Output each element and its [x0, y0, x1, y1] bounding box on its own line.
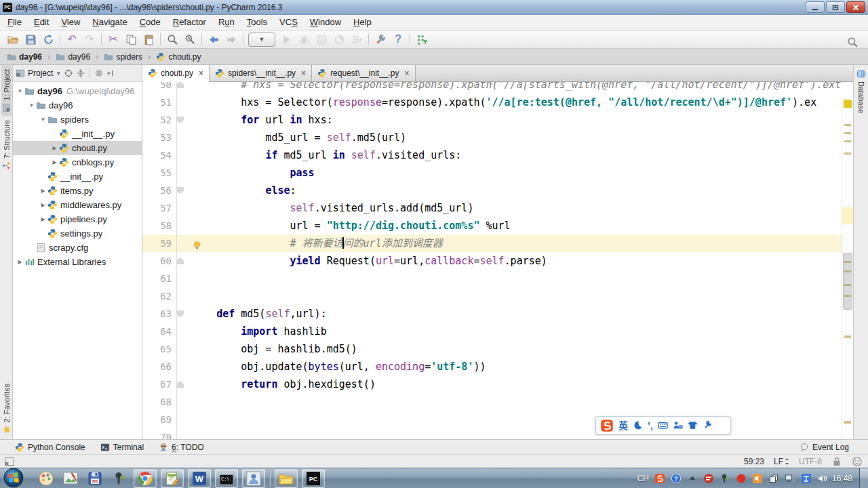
tree-item-day96[interactable]: ▼day96G:\wupeiqi\day96	[13, 84, 142, 98]
run-configuration-select[interactable]: ▼	[248, 33, 275, 47]
tree-item-spiders[interactable]: ▼spiders	[13, 113, 142, 127]
fold-marker-icon[interactable]	[176, 381, 184, 388]
taskbar-app-notepadpp[interactable]	[161, 469, 184, 488]
profile-button[interactable]	[330, 31, 348, 47]
menu-refactor[interactable]: Refactor	[167, 15, 212, 30]
ime-shirt-icon[interactable]	[688, 420, 698, 430]
code-line-70[interactable]: 70	[142, 428, 853, 439]
menu-window[interactable]: Window	[304, 15, 347, 30]
redo-button[interactable]: ↷	[81, 31, 98, 47]
collapse-all-icon[interactable]	[76, 68, 85, 78]
stripe-tab-1-project[interactable]: 1: Project	[1, 65, 12, 116]
minimize-button[interactable]	[806, 1, 825, 13]
tool-window-switcher-icon[interactable]	[4, 456, 15, 467]
tree-item-settings-py[interactable]: settings.py	[13, 226, 142, 241]
editor-tab[interactable]: chouti.py×	[142, 65, 210, 82]
tool-window-button-terminal[interactable]: Terminal	[100, 443, 144, 452]
code-line-55[interactable]: 55 pass	[142, 164, 853, 182]
taskbar-app-chrome[interactable]	[134, 469, 157, 488]
code-line-69[interactable]: 69	[142, 411, 853, 428]
breadcrumb-item[interactable]: day96	[5, 52, 43, 62]
tray-vol-icon[interactable]	[817, 473, 828, 484]
menu-navigate[interactable]: Navigate	[86, 15, 133, 30]
chevron-expanded-icon[interactable]: ▼	[16, 88, 24, 94]
tray-language-indicator[interactable]: CH	[637, 474, 649, 483]
breadcrumb-item[interactable]: spiders	[102, 52, 144, 62]
synchronize-button[interactable]	[39, 31, 57, 47]
close-button[interactable]	[846, 1, 865, 13]
tool-window-button-event-log[interactable]: Event Log	[800, 443, 849, 452]
menu-code[interactable]: Code	[134, 15, 167, 30]
tool-window-button-6-todo[interactable]: 6: TODO	[159, 443, 204, 452]
code-line-52[interactable]: 52 for url in hxs:	[142, 111, 853, 129]
stripe-tab-2-favorites[interactable]: 2: Favorites	[1, 380, 12, 438]
chevron-collapsed-icon[interactable]: ▶	[39, 188, 47, 194]
breadcrumb-item[interactable]: chouti.py	[155, 52, 202, 62]
code-line-64[interactable]: 64 import hashlib	[142, 323, 853, 340]
taskbar-app-photo-viewer[interactable]	[242, 469, 265, 488]
ime-keyboard-icon[interactable]	[658, 420, 668, 430]
project-view-title[interactable]: Project	[28, 68, 53, 78]
hector-inspections-icon[interactable]	[852, 456, 863, 467]
tray-sogou-icon[interactable]	[654, 473, 665, 484]
fold-marker-icon[interactable]	[176, 258, 184, 264]
taskbar-app-word[interactable]: W	[188, 469, 211, 488]
forward-button[interactable]	[222, 31, 240, 47]
code-line-54[interactable]: 54 if md5_url in self.visited_urls:	[142, 146, 853, 164]
help-button[interactable]: ?	[389, 31, 407, 47]
restore-button[interactable]	[826, 1, 845, 13]
code-line-56[interactable]: 56 else:	[142, 182, 853, 199]
tray-ime-blue-icon[interactable]	[801, 473, 812, 484]
code-line-58[interactable]: 58 url = "http://dig.chouti.com%s" %url	[142, 217, 853, 235]
fold-marker-icon[interactable]	[176, 117, 184, 123]
menu-vcs[interactable]: VCS	[273, 15, 304, 30]
menu-help[interactable]: Help	[347, 15, 378, 30]
chevron-expanded-icon[interactable]: ▼	[27, 102, 36, 108]
taskbar-app-pycharm[interactable]: PC	[302, 469, 325, 488]
code-line-51[interactable]: 51 hxs = Selector(response=response).xpa…	[142, 94, 853, 111]
close-icon[interactable]: ×	[405, 68, 410, 78]
locate-icon[interactable]	[64, 68, 73, 78]
settings-button[interactable]	[372, 31, 389, 47]
sogou-logo-icon[interactable]	[600, 419, 614, 432]
search-everywhere-icon[interactable]	[844, 34, 861, 50]
editor-scrollbar[interactable]	[842, 98, 853, 439]
menu-tools[interactable]: Tools	[241, 15, 273, 30]
close-icon[interactable]: ×	[199, 68, 203, 78]
ime-moon-icon[interactable]	[633, 420, 643, 430]
save-all-button[interactable]	[22, 31, 39, 47]
tree-item-external-libraries[interactable]: ▶External Libraries	[13, 255, 142, 269]
file-encoding[interactable]: UTF-8	[799, 457, 822, 466]
taskbar-app-cmd[interactable]: C:\	[215, 469, 238, 488]
code-line-63[interactable]: 63 def md5(self,url):	[142, 305, 853, 323]
chevron-collapsed-icon[interactable]: ▶	[16, 259, 24, 265]
menu-view[interactable]: View	[55, 15, 86, 30]
taskbar-clock[interactable]: 16:48	[832, 474, 852, 483]
tool-window-button-python-console[interactable]: Python Console	[15, 443, 85, 452]
taskbar-app-capture[interactable]	[109, 470, 130, 487]
lock-icon[interactable]	[831, 456, 842, 467]
chevron-collapsed-icon[interactable]: ▶	[39, 202, 47, 208]
run-coverage-button[interactable]	[313, 31, 330, 47]
code-line-65[interactable]: 65 obj = hashlib.md5()	[142, 340, 853, 358]
tray-stack-icon[interactable]	[768, 473, 779, 484]
code-line-60[interactable]: 60 yield Request(url=url,callback=self.p…	[142, 252, 853, 270]
taskbar-app-image-tool[interactable]	[60, 470, 81, 487]
ime-punctuation-toggle[interactable]: ’,	[648, 421, 653, 430]
line-separator-selector[interactable]: LF	[774, 457, 789, 466]
menu-edit[interactable]: Edit	[28, 15, 55, 30]
ime-wrench-blue-icon[interactable]	[703, 420, 713, 430]
tray-pin-icon[interactable]	[719, 473, 730, 484]
stripe-tab-database[interactable]: Database	[855, 65, 867, 117]
code-line-61[interactable]: 61	[142, 270, 853, 287]
tray-vol-orange-icon[interactable]	[752, 473, 763, 484]
chevron-expanded-icon[interactable]: ▼	[39, 117, 47, 123]
run-concurrency-button[interactable]	[348, 31, 366, 47]
tray-record-icon[interactable]	[736, 473, 747, 484]
code-line-53[interactable]: 53 md5_url = self.md5(url)	[142, 129, 853, 146]
code-line-57[interactable]: 57 self.visited_urls.add(md5_url)	[142, 199, 853, 217]
undo-button[interactable]: ↶	[63, 31, 81, 47]
code-line-66[interactable]: 66 obj.update(bytes(url, encoding='utf-8…	[142, 358, 853, 375]
code-line-50[interactable]: 50 # hxs = Selector(response=response).x…	[142, 82, 853, 94]
tray-net-icon[interactable]	[785, 473, 795, 484]
